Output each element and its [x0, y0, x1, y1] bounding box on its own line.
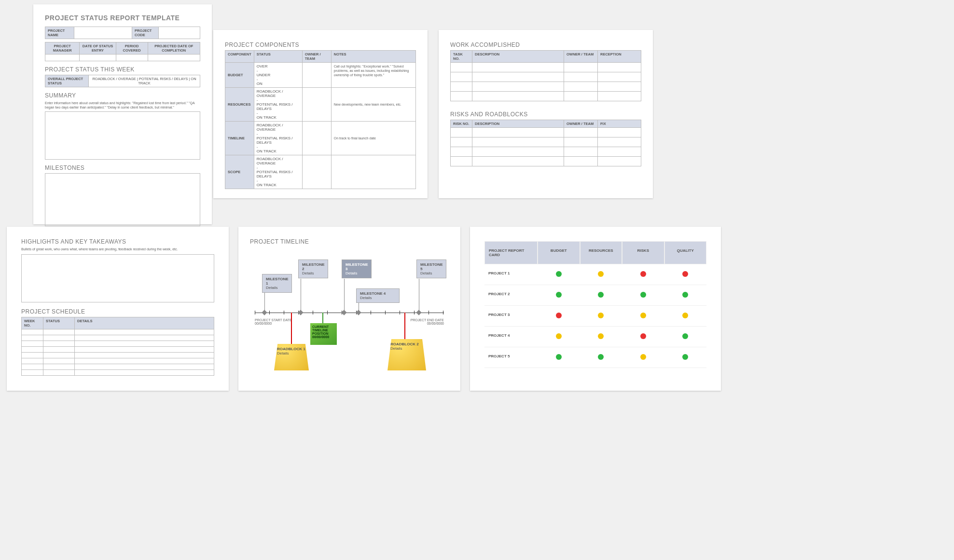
schedule-title: PROJECT SCHEDULE	[21, 308, 214, 315]
project-code-field[interactable]	[159, 27, 200, 39]
roadblock-1-card: ROADBLOCK 1Details	[274, 344, 309, 370]
status-report-page: PROJECT STATUS REPORT TEMPLATE PROJECT N…	[33, 4, 212, 224]
milestone-1-card: MILESTONE 1Details	[262, 274, 292, 293]
status-options[interactable]: ROADBLOCK / OVERAGE | POTENTIAL RISKS / …	[89, 75, 200, 87]
risks-table: RISK NO. DESCRIPTION OWNER / TEAM FIX	[450, 120, 641, 166]
timeline-start-label: PROJECT START DATE00/00/0000	[255, 318, 292, 325]
status-week-table: OVERALL PROJECT STATUS ROADBLOCK / OVERA…	[45, 75, 200, 87]
row-budget: BUDGET	[225, 63, 254, 88]
milestone-5-card: MILESTONE 5Details	[416, 260, 446, 278]
roadblock-2-card: ROADBLOCK 2Details	[387, 339, 426, 370]
summary-heading: SUMMARY	[45, 92, 200, 99]
work-risks-page: WORK ACCOMPLISHED TASK NO. DESCRIPTION O…	[439, 30, 653, 198]
timeline-axis	[255, 313, 444, 313]
timeline-end-label: PROJECT END DATE00/00/0000	[411, 318, 444, 325]
work-title: WORK ACCOMPLISHED	[450, 41, 641, 48]
overall-status-label: OVERALL PROJECT STATUS	[45, 75, 89, 87]
risks-title: RISKS AND ROADBLOCKS	[450, 111, 641, 118]
milestones-heading: MILESTONES	[45, 164, 200, 171]
highlights-schedule-page: HIGHLIGHTS AND KEY TAKEAWAYS Bullets of …	[7, 227, 229, 391]
pm-label: PROJECT MANAGER	[45, 42, 80, 55]
milestone-4-card: MILESTONE 4Details	[356, 288, 400, 303]
project-code-label: PROJECT CODE	[132, 27, 159, 39]
schedule-table: WEEK NO. STATUS DETAILS	[21, 317, 214, 376]
current-position-note: CURRENT TIMELINE POSITION 00/00/0000	[310, 323, 337, 345]
date-label: DATE OF STATUS ENTRY	[80, 42, 116, 55]
project-components-page: PROJECT COMPONENTS COMPONENT STATUS OWNE…	[213, 30, 428, 198]
highlights-box[interactable]	[21, 254, 214, 302]
report-card-title: PROJECT REPORT CARD	[484, 241, 538, 264]
completion-label: PROJECTED DATE OF COMPLETION	[148, 42, 200, 55]
project-name-field[interactable]	[74, 27, 132, 39]
summary-help: Enter information here about overall sta…	[45, 101, 200, 109]
page-title: PROJECT STATUS REPORT TEMPLATE	[45, 14, 200, 22]
milestone-3-card: MILESTONE 3Details	[342, 260, 372, 278]
col-component: COMPONENT	[225, 51, 254, 63]
project-meta-table-2: PROJECT MANAGER DATE OF STATUS ENTRY PER…	[45, 42, 200, 61]
milestones-box[interactable]	[45, 173, 200, 226]
period-label: PERIOD COVERED	[116, 42, 148, 55]
project-timeline-page: PROJECT TIMELINE PROJECT START DATE00/00…	[238, 227, 460, 391]
components-table: COMPONENT STATUS OWNER / TEAM NOTES BUDG…	[225, 50, 416, 189]
col-status: STATUS	[254, 51, 302, 63]
highlights-help: Bullets of great work, who owns what, wh…	[21, 247, 214, 251]
work-table: TASK NO. DESCRIPTION OWNER / TEAM RECEPT…	[450, 50, 641, 101]
status-dot	[538, 264, 580, 285]
project-report-card-page: PROJECT REPORT CARD BUDGET RESOURCES RIS…	[470, 227, 721, 391]
project-meta-table-1: PROJECT NAME PROJECT CODE	[45, 27, 200, 39]
row-resources: RESOURCES	[225, 88, 254, 122]
milestone-2-card: MILESTONE 2Details	[298, 260, 328, 278]
report-card-grid: PROJECT REPORT CARD BUDGET RESOURCES RIS…	[484, 241, 706, 368]
row-timeline: TIMELINE	[225, 122, 254, 155]
components-title: PROJECT COMPONENTS	[225, 41, 416, 48]
col-owner: OWNER / TEAM	[302, 51, 331, 63]
summary-box[interactable]	[45, 111, 200, 160]
row-scope: SCOPE	[225, 155, 254, 189]
status-week-heading: PROJECT STATUS THIS WEEK	[45, 66, 200, 73]
timeline-title: PROJECT TIMELINE	[250, 238, 449, 245]
project-name-label: PROJECT NAME	[45, 27, 74, 39]
col-notes: NOTES	[331, 51, 415, 63]
timeline-diagram: PROJECT START DATE00/00/0000 PROJECT END…	[250, 250, 449, 375]
highlights-title: HIGHLIGHTS AND KEY TAKEAWAYS	[21, 238, 214, 245]
